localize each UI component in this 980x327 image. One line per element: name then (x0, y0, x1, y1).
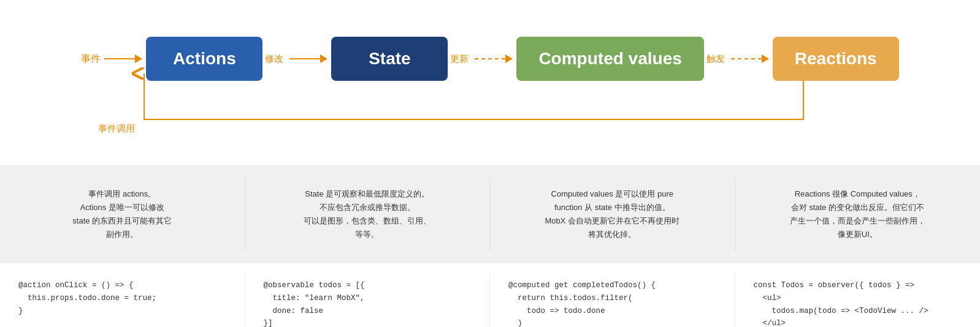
desc-computed-text: Computed values 是可以使用 pure function 从 st… (545, 189, 679, 239)
bottom-section: 事件调用 actions。 Actions 是唯一可以修改 state 的东西并… (0, 165, 980, 263)
description-grid: 事件调用 actions。 Actions 是唯一可以修改 state 的东西并… (0, 178, 980, 251)
box-state: State (331, 37, 448, 81)
arrow-state-computed (475, 55, 513, 63)
code-computed: @computed get completedTodos() { return … (490, 273, 735, 327)
desc-state: State 是可观察和最低限度定义的。 不应包含冗余或推导数据。 可以是图形，包… (245, 178, 491, 251)
arrow-actions-state (289, 55, 327, 63)
label-trigger: 触发 (706, 53, 725, 65)
label-update: 更新 (450, 53, 469, 65)
code-reactions-text: const Todos = observer({ todos } => <ul>… (754, 279, 962, 327)
label-modify: 修改 (265, 53, 283, 65)
code-state-text: @observable todos = [{ title: "learn Mob… (264, 279, 472, 327)
label-event-call: 事件调用 (98, 123, 135, 135)
code-actions: @action onClick = () => { this.props.tod… (0, 273, 245, 327)
box-computed: Computed values (516, 37, 703, 81)
desc-state-text: State 是可观察和最低限度定义的。 不应包含冗余或推导数据。 可以是图形，包… (304, 189, 431, 239)
feedback-arrow-svg (0, 0, 980, 165)
code-computed-text: @computed get completedTodos() { return … (508, 279, 716, 327)
desc-reactions-text: Reactions 很像 Computed values， 会对 state 的… (790, 189, 925, 239)
code-reactions: const Todos = observer({ todos } => <ul>… (735, 273, 981, 327)
box-actions: Actions (146, 37, 262, 81)
top-section: 事件 Actions 修改 State 更新 Computed values 触… (0, 0, 980, 165)
desc-reactions: Reactions 很像 Computed values， 会对 state 的… (735, 178, 981, 251)
desc-computed: Computed values 是可以使用 pure function 从 st… (490, 178, 735, 251)
arrow-computed-reactions (731, 55, 769, 63)
code-grid: @action onClick = () => { this.props.tod… (0, 273, 980, 327)
flow-diagram: 事件 Actions 修改 State 更新 Computed values 触… (25, 37, 955, 81)
box-reactions: Reactions (773, 37, 899, 81)
desc-actions-text: 事件调用 actions。 Actions 是唯一可以修改 state 的东西并… (72, 189, 172, 239)
desc-actions: 事件调用 actions。 Actions 是唯一可以修改 state 的东西并… (0, 178, 245, 251)
code-section: @action onClick = () => { this.props.tod… (0, 263, 980, 327)
arrow-event-actions (104, 55, 142, 63)
label-event: 事件 (81, 53, 101, 66)
code-actions-text: @action onClick = () => { this.props.tod… (18, 279, 226, 317)
code-state: @observable todos = [{ title: "learn Mob… (245, 273, 491, 327)
